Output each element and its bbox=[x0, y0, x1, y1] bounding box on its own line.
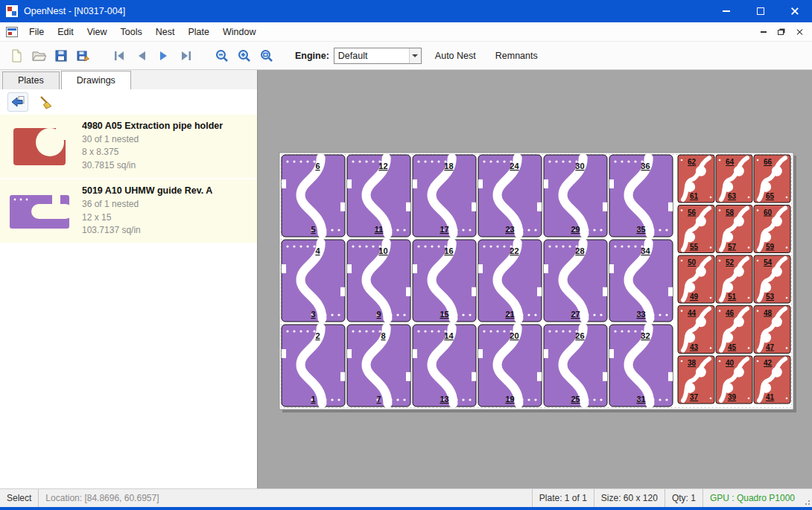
chevron-down-icon bbox=[412, 54, 418, 57]
part-number: 17 bbox=[440, 225, 448, 234]
part-number: 42 bbox=[764, 359, 773, 367]
drawing-list-item[interactable]: 4980 A05 Extraction pipe holder 30 of 1 … bbox=[0, 115, 257, 178]
new-button[interactable] bbox=[6, 45, 27, 66]
nested-part-pair-red[interactable]: 5049 bbox=[678, 255, 714, 303]
part-number: 3 bbox=[311, 310, 315, 319]
status-plate: Plate: 1 of 1 bbox=[532, 489, 594, 507]
nested-part-pair-purple[interactable]: 1413 bbox=[413, 325, 476, 407]
nested-part-pair-red[interactable]: 6463 bbox=[716, 155, 752, 203]
nested-part-pair-red[interactable]: 4645 bbox=[716, 306, 752, 354]
menu-nest[interactable]: Nest bbox=[149, 24, 182, 40]
nested-part-pair-purple[interactable]: 3635 bbox=[609, 155, 673, 237]
nested-part-pair-purple[interactable]: 3231 bbox=[609, 325, 673, 407]
go-next-button[interactable] bbox=[153, 45, 174, 66]
nested-part-pair-red[interactable]: 6665 bbox=[754, 155, 790, 203]
mdi-minimize-button[interactable] bbox=[755, 25, 772, 39]
resize-grip[interactable] bbox=[802, 489, 812, 507]
nested-part-pair-purple[interactable]: 109 bbox=[347, 240, 410, 322]
tab-drawings[interactable]: Drawings bbox=[61, 71, 131, 89]
close-button[interactable] bbox=[778, 0, 812, 22]
auto-nest-button[interactable]: Auto Nest bbox=[429, 47, 482, 65]
menu-file[interactable]: File bbox=[22, 24, 51, 40]
nested-part-pair-purple[interactable]: 87 bbox=[347, 325, 410, 407]
drawing-list-item[interactable]: 5019 A10 UHMW guide Rev. A 36 of 1 neste… bbox=[0, 179, 257, 243]
part-number: 22 bbox=[510, 246, 518, 255]
save-button[interactable] bbox=[51, 45, 72, 66]
import-button[interactable] bbox=[7, 92, 28, 112]
maximize-button[interactable] bbox=[743, 0, 778, 22]
part-number: 35 bbox=[636, 225, 645, 234]
go-previous-button[interactable] bbox=[131, 45, 152, 66]
zoom-in-button[interactable] bbox=[234, 45, 255, 66]
nested-part-pair-purple[interactable]: 1817 bbox=[413, 155, 476, 237]
mdi-restore-icon bbox=[778, 30, 784, 35]
drawing-info: 5019 A10 UHMW guide Rev. A 36 of 1 neste… bbox=[82, 185, 212, 237]
mdi-minimize-icon bbox=[761, 31, 767, 33]
drawing-nested-count: 30 of 1 nested bbox=[82, 133, 223, 146]
nested-part-pair-purple[interactable]: 43 bbox=[282, 240, 345, 322]
nested-part-pair-red[interactable]: 4443 bbox=[678, 306, 714, 354]
nested-part-pair-red[interactable]: 5251 bbox=[716, 255, 752, 303]
broom-icon bbox=[39, 95, 54, 109]
nested-part-pair-red[interactable]: 4039 bbox=[716, 356, 752, 404]
mdi-close-button[interactable] bbox=[791, 25, 808, 39]
open-button[interactable] bbox=[28, 45, 49, 66]
part-number: 10 bbox=[378, 246, 387, 255]
nested-part-pair-red[interactable]: 4847 bbox=[754, 306, 790, 354]
part-number: 15 bbox=[440, 310, 448, 319]
nested-part-pair-purple[interactable]: 2019 bbox=[478, 325, 542, 407]
part-number: 11 bbox=[375, 225, 384, 234]
minimize-button[interactable] bbox=[709, 0, 743, 22]
zoom-fit-button[interactable] bbox=[256, 45, 277, 66]
nest-plate-view[interactable]: 6512111817242330293635431091615222128273… bbox=[258, 70, 812, 488]
part-number: 13 bbox=[440, 395, 448, 404]
nested-part-pair-red[interactable]: 5453 bbox=[754, 255, 790, 303]
nested-part-pair-red[interactable]: 6261 bbox=[678, 155, 714, 203]
part-number: 12 bbox=[378, 162, 387, 170]
tab-plates[interactable]: Plates bbox=[2, 71, 60, 89]
nested-part-pair-purple[interactable]: 1615 bbox=[413, 240, 476, 322]
nested-part-pair-red[interactable]: 3837 bbox=[678, 356, 714, 404]
engine-dropdown-button[interactable] bbox=[409, 48, 421, 63]
nested-part-pair-purple[interactable]: 3433 bbox=[609, 240, 673, 322]
document-icon[interactable] bbox=[6, 27, 18, 37]
nested-part-pair-red[interactable]: 6059 bbox=[754, 205, 790, 253]
nested-part-pair-purple[interactable]: 3029 bbox=[544, 155, 607, 237]
window-title: OpenNest - [N0317-004] bbox=[24, 6, 709, 16]
nest-canvas[interactable]: 6512111817242330293635431091615222128273… bbox=[258, 70, 812, 488]
nested-part-pair-purple[interactable]: 2827 bbox=[544, 240, 607, 322]
part-number: 18 bbox=[444, 162, 453, 170]
nested-part-pair-red[interactable]: 5857 bbox=[716, 205, 752, 253]
nested-part-pair-purple[interactable]: 65 bbox=[282, 155, 345, 237]
part-number: 64 bbox=[726, 158, 735, 166]
part-number: 63 bbox=[728, 192, 737, 200]
nested-part-pair-red[interactable]: 4241 bbox=[754, 356, 790, 404]
part-number: 46 bbox=[726, 309, 735, 317]
part-number: 66 bbox=[764, 158, 773, 166]
nested-part-pair-purple[interactable]: 2423 bbox=[478, 155, 542, 237]
clean-button[interactable] bbox=[36, 92, 57, 112]
zoom-fit-icon bbox=[259, 48, 274, 63]
remnants-button[interactable]: Remnants bbox=[489, 47, 544, 65]
nested-part-pair-purple[interactable]: 21 bbox=[282, 325, 345, 407]
nested-part-pair-red[interactable]: 5655 bbox=[678, 205, 714, 253]
menu-edit[interactable]: Edit bbox=[51, 24, 80, 40]
nested-part-pair-purple[interactable]: 2221 bbox=[478, 240, 542, 322]
go-first-button[interactable] bbox=[109, 45, 130, 66]
title-bar: OpenNest - [N0317-004] bbox=[0, 0, 812, 22]
nested-part-pair-purple[interactable]: 1211 bbox=[347, 155, 410, 237]
mdi-restore-button[interactable] bbox=[773, 25, 790, 39]
save-as-button[interactable] bbox=[73, 45, 94, 66]
minimize-icon bbox=[723, 10, 730, 12]
part-number: 54 bbox=[764, 258, 773, 267]
menu-tools[interactable]: Tools bbox=[114, 24, 149, 40]
menu-plate[interactable]: Plate bbox=[181, 24, 216, 40]
zoom-out-button[interactable] bbox=[212, 45, 232, 66]
drawing-name: 4980 A05 Extraction pipe holder bbox=[82, 121, 223, 131]
engine-select[interactable]: Default bbox=[334, 48, 422, 64]
nested-part-pair-purple[interactable]: 2625 bbox=[544, 325, 607, 407]
go-last-button[interactable] bbox=[176, 45, 197, 66]
zoom-out-icon bbox=[215, 48, 229, 63]
menu-window[interactable]: Window bbox=[216, 24, 262, 40]
menu-view[interactable]: View bbox=[80, 24, 114, 40]
